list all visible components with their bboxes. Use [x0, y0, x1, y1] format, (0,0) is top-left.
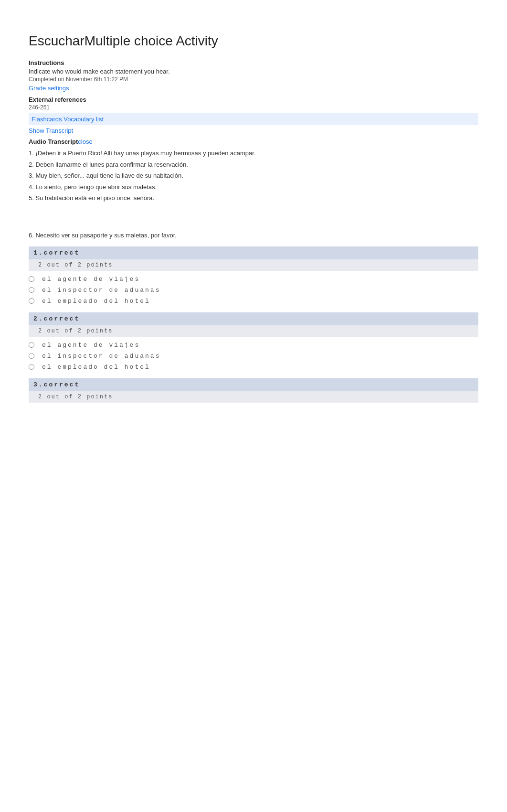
answer-options-1: el agente de viajes el inspector de adua… — [29, 276, 478, 305]
result-status-1: correct — [44, 249, 80, 256]
audio-transcript-label: Audio Transcript — [29, 138, 78, 145]
grade-settings-link[interactable]: Grade settings — [29, 85, 69, 92]
result-block-1: 1.correct 2 out of 2 points el agente de… — [29, 246, 478, 305]
instructions-section: Instructions Indicate who would make eac… — [29, 58, 478, 92]
option-label: el agente de viajes — [42, 276, 140, 283]
option-label: el inspector de aduanas — [42, 353, 160, 360]
radio-icon[interactable] — [29, 342, 34, 348]
audio-transcript-section: Audio Transcriptclose 1. ¡Deben ir a Pue… — [29, 137, 478, 203]
option-label: el empleado del hotel — [42, 298, 150, 305]
points-bar-2: 2 out of 2 points — [29, 325, 478, 337]
result-block-3: 3.correct 2 out of 2 points — [29, 378, 478, 403]
points-bar-3: 2 out of 2 points — [29, 391, 478, 403]
transcript-line-5: 5. Su habitación está en el piso once, s… — [29, 193, 478, 203]
result-header-2: 2.correct — [29, 312, 478, 325]
radio-icon[interactable] — [29, 287, 34, 293]
result-number-3: 3. — [33, 381, 44, 388]
transcript-lines: 1. ¡Deben ir a Puerto Rico! Allí hay una… — [29, 149, 478, 203]
radio-icon[interactable] — [29, 364, 34, 370]
external-references-label: External references — [29, 96, 478, 103]
points-bar-1: 2 out of 2 points — [29, 259, 478, 271]
page-range: 246-251 — [29, 104, 478, 111]
option-label: el inspector de aduanas — [42, 287, 160, 294]
list-item: el inspector de aduanas — [29, 353, 478, 360]
list-item: el empleado del hotel — [29, 298, 478, 305]
instructions-label: Instructions — [29, 59, 64, 66]
show-transcript-link[interactable]: Show Transcript — [29, 127, 478, 134]
list-item: el agente de viajes — [29, 276, 478, 283]
option-label: el agente de viajes — [42, 342, 140, 349]
radio-icon[interactable] — [29, 276, 34, 282]
result-number-2: 2. — [33, 315, 44, 322]
list-item: el agente de viajes — [29, 342, 478, 349]
external-references-section: External references 246-251 Flashcards V… — [29, 96, 478, 134]
list-item: el inspector de aduanas — [29, 287, 478, 294]
page-title: EscucharMultiple choice Activity — [29, 33, 478, 49]
result-status-3: correct — [44, 381, 80, 388]
transcript-line-4: 4. Lo siento, pero tengo que abrir sus m… — [29, 182, 478, 192]
flashcards-vocabulary-link[interactable]: Flashcards Vocabulary list — [32, 116, 104, 123]
result-status-2: correct — [44, 315, 80, 322]
radio-icon[interactable] — [29, 298, 34, 304]
transcript-line-2: 2. Deben llamarme el lunes para confirma… — [29, 160, 478, 170]
list-item: el empleado del hotel — [29, 363, 478, 371]
transcript-line-1: 1. ¡Deben ir a Puerto Rico! Allí hay una… — [29, 149, 478, 158]
result-header-3: 3.correct — [29, 378, 478, 391]
radio-icon[interactable] — [29, 353, 34, 359]
transcript-line-3: 3. Muy bien, señor... aquí tiene la llav… — [29, 171, 478, 181]
result-number-1: 1. — [33, 249, 44, 256]
completed-text: Completed on November 6th 11:22 PM — [29, 76, 478, 83]
instructions-text: Indicate who would make each statement y… — [29, 68, 478, 75]
close-transcript-link[interactable]: close — [78, 138, 92, 145]
result-header-1: 1.correct — [29, 246, 478, 259]
question-6-text: 6. Necesito ver su pasaporte y sus malet… — [29, 232, 478, 239]
result-block-2: 2.correct 2 out of 2 points el agente de… — [29, 312, 478, 371]
references-links-bar: Flashcards Vocabulary list — [29, 113, 478, 125]
answer-options-2: el agente de viajes el inspector de adua… — [29, 342, 478, 371]
option-label: el empleado del hotel — [42, 363, 150, 371]
